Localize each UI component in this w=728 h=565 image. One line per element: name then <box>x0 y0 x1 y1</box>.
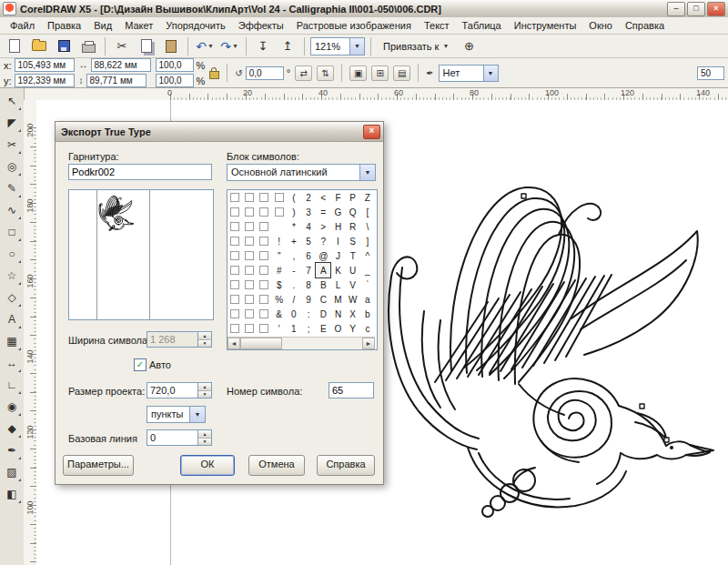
char-cell[interactable]: $ <box>272 277 287 292</box>
close-button[interactable]: × <box>707 2 725 16</box>
char-cell[interactable] <box>257 190 271 205</box>
char-cell[interactable]: - <box>287 263 301 277</box>
smart-drawing-tool[interactable]: ∿ <box>1 199 23 221</box>
mirror-vertical-button[interactable]: ⇅ <box>317 66 334 81</box>
blend-tool[interactable]: ◉ <box>1 396 23 418</box>
char-cell[interactable]: C <box>316 292 330 307</box>
menu-item-Инструменты[interactable]: Инструменты <box>508 18 583 33</box>
char-checkbox[interactable] <box>259 207 268 217</box>
maximize-button[interactable]: □ <box>687 2 705 16</box>
menu-item-Эффекты[interactable]: Эффекты <box>232 18 290 33</box>
char-cell[interactable] <box>272 219 287 234</box>
char-checkbox[interactable] <box>245 193 254 202</box>
outline-width-combobox[interactable]: Нет ▼ <box>439 65 499 82</box>
options-button[interactable]: ⊕ <box>458 36 480 56</box>
char-cell[interactable] <box>242 307 257 321</box>
spin-down-icon[interactable]: ▼ <box>198 391 211 399</box>
char-number-input[interactable] <box>329 382 374 399</box>
char-cell[interactable]: % <box>272 292 287 307</box>
ok-button[interactable]: ОК <box>180 455 235 476</box>
char-cell[interactable] <box>228 219 242 234</box>
char-cell[interactable] <box>228 307 242 321</box>
char-cell[interactable] <box>257 219 271 234</box>
spin-down-icon[interactable]: ▼ <box>198 340 211 348</box>
redo-button[interactable]: ↷▼ <box>218 36 240 56</box>
char-checkbox[interactable] <box>245 280 254 289</box>
x-position-field[interactable]: 105,493 мм <box>15 58 75 72</box>
scroll-right-icon[interactable]: ► <box>362 338 375 349</box>
font-name-input[interactable] <box>68 164 212 180</box>
units-dropdown-icon[interactable]: ▼ <box>189 407 205 422</box>
char-cell[interactable]: 7 <box>301 263 316 277</box>
char-cell[interactable]: ) <box>287 205 301 219</box>
to-front-button[interactable]: ⊞ <box>371 66 389 81</box>
char-cell[interactable]: a <box>360 292 375 307</box>
char-checkbox[interactable] <box>230 324 239 333</box>
minimize-button[interactable]: – <box>667 2 685 16</box>
char-cell[interactable] <box>242 263 257 277</box>
char-cell[interactable]: D <box>316 307 330 321</box>
char-checkbox[interactable] <box>259 251 268 260</box>
char-cell[interactable] <box>257 277 271 292</box>
char-checkbox[interactable] <box>259 309 268 318</box>
char-cell[interactable]: E <box>316 321 330 336</box>
char-cell[interactable]: c <box>360 321 375 336</box>
freehand-tool[interactable]: ✎ <box>1 177 23 199</box>
vertical-ruler[interactable]: 200180160140120100 <box>24 100 37 565</box>
import-button[interactable]: ↧ <box>252 36 274 56</box>
char-cell[interactable] <box>242 234 257 248</box>
char-cell[interactable]: / <box>287 292 301 307</box>
save-button[interactable] <box>53 36 75 56</box>
cancel-button[interactable]: Отмена <box>248 455 305 476</box>
char-checkbox[interactable] <box>259 280 268 289</box>
text-tool[interactable]: A <box>1 308 23 330</box>
char-cell[interactable]: F <box>330 190 345 205</box>
char-checkbox[interactable] <box>230 280 239 289</box>
crop-tool[interactable]: ✂ <box>1 134 23 156</box>
char-cell[interactable]: K <box>330 263 345 277</box>
char-cell[interactable]: & <box>272 307 287 321</box>
char-cell[interactable]: , <box>287 248 301 263</box>
char-checkbox[interactable] <box>245 295 254 304</box>
char-cell[interactable] <box>228 248 242 263</box>
char-cell[interactable]: 5 <box>301 234 316 248</box>
lock-ratio-icon[interactable] <box>209 71 219 79</box>
char-cell[interactable] <box>242 190 257 205</box>
char-cell[interactable] <box>228 234 242 248</box>
char-cell[interactable]: 6 <box>301 248 316 263</box>
menu-item-Таблица[interactable]: Таблица <box>456 18 508 33</box>
char-cell[interactable]: ( <box>287 190 301 205</box>
dialog-close-button[interactable]: × <box>363 125 380 139</box>
new-document-button[interactable] <box>4 36 25 56</box>
outline-pen-tool[interactable]: ✒ <box>1 439 23 461</box>
char-cell[interactable] <box>257 205 271 219</box>
snap-to-button[interactable]: Привязать к ▼ <box>377 38 455 55</box>
char-cell[interactable]: 3 <box>301 205 316 219</box>
char-cell[interactable]: 2 <box>301 190 316 205</box>
char-cell[interactable]: > <box>316 219 330 234</box>
char-cell[interactable]: @ <box>316 248 330 263</box>
polygon-tool[interactable]: ☆ <box>1 265 23 287</box>
zoom-level-combobox[interactable]: 121% ▼ <box>310 37 365 55</box>
char-cell[interactable] <box>257 321 271 336</box>
char-cell[interactable]: \ <box>360 219 375 234</box>
char-cell[interactable]: _ <box>360 263 375 277</box>
char-cell[interactable]: G <box>330 205 345 219</box>
char-cell[interactable] <box>242 292 257 307</box>
char-cell[interactable]: . <box>287 277 301 292</box>
undo-dropdown-icon[interactable]: ▼ <box>207 43 214 49</box>
clipped-field[interactable]: 50 <box>697 66 724 80</box>
char-cell[interactable]: P <box>346 190 360 205</box>
char-cell[interactable]: Z <box>360 190 375 205</box>
char-checkbox[interactable] <box>230 207 239 217</box>
char-cell[interactable]: Y <box>346 321 360 336</box>
block-dropdown-icon[interactable]: ▼ <box>359 165 375 180</box>
char-cell[interactable]: " <box>272 248 287 263</box>
zoom-dropdown-icon[interactable]: ▼ <box>349 38 364 55</box>
char-cell[interactable] <box>257 263 271 277</box>
char-cell[interactable]: T <box>346 248 360 263</box>
char-cell[interactable] <box>228 292 242 307</box>
redo-dropdown-icon[interactable]: ▼ <box>232 43 238 49</box>
object-height-field[interactable]: 89,771 мм <box>86 74 147 87</box>
open-button[interactable] <box>28 36 50 56</box>
